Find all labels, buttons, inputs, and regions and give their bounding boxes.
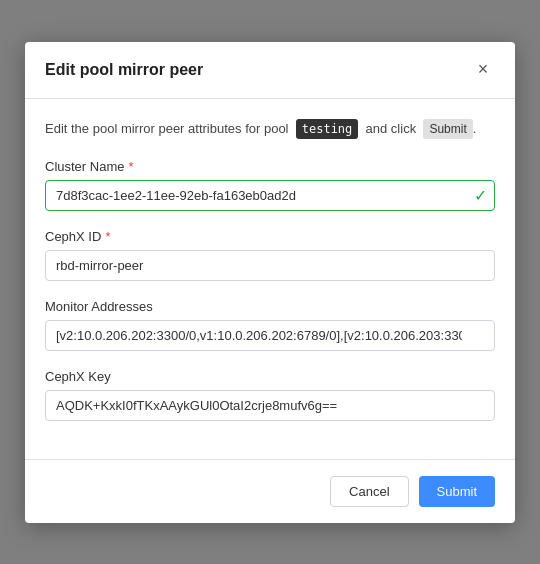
cluster-name-group: Cluster Name * ✓ (45, 159, 495, 211)
cluster-name-label: Cluster Name * (45, 159, 495, 174)
submit-inline-badge: Submit (423, 119, 472, 139)
cephx-key-group: CephX Key (45, 369, 495, 421)
cephx-key-label: CephX Key (45, 369, 495, 384)
cephx-id-input-wrapper (45, 250, 495, 281)
close-button[interactable]: × (471, 58, 495, 82)
description: Edit the pool mirror peer attributes for… (45, 119, 495, 139)
description-prefix: Edit the pool mirror peer attributes for… (45, 121, 289, 136)
description-suffix: . (473, 121, 477, 136)
modal-title: Edit pool mirror peer (45, 61, 203, 79)
close-icon: × (478, 59, 489, 80)
monitor-addresses-label: Monitor Addresses (45, 299, 495, 314)
cluster-name-required: * (128, 159, 133, 174)
pool-badge: testing (296, 119, 359, 139)
cephx-id-group: CephX ID * (45, 229, 495, 281)
description-middle: and click (366, 121, 417, 136)
modal-footer: Cancel Submit (25, 459, 515, 523)
modal-header: Edit pool mirror peer × (25, 42, 515, 99)
cephx-id-required: * (105, 229, 110, 244)
cephx-id-label: CephX ID * (45, 229, 495, 244)
submit-button[interactable]: Submit (419, 476, 495, 507)
cephx-key-input[interactable] (45, 390, 495, 421)
modal-overlay: Edit pool mirror peer × Edit the pool mi… (0, 0, 540, 564)
monitor-addresses-group: Monitor Addresses (45, 299, 495, 351)
modal-dialog: Edit pool mirror peer × Edit the pool mi… (25, 42, 515, 523)
cephx-id-input[interactable] (45, 250, 495, 281)
monitor-addresses-input[interactable] (45, 320, 495, 351)
cluster-name-input[interactable] (45, 180, 495, 211)
cephx-key-input-wrapper (45, 390, 495, 421)
cluster-name-input-wrapper: ✓ (45, 180, 495, 211)
cancel-button[interactable]: Cancel (330, 476, 408, 507)
modal-body: Edit the pool mirror peer attributes for… (25, 99, 515, 459)
monitor-addresses-input-wrapper (45, 320, 495, 351)
